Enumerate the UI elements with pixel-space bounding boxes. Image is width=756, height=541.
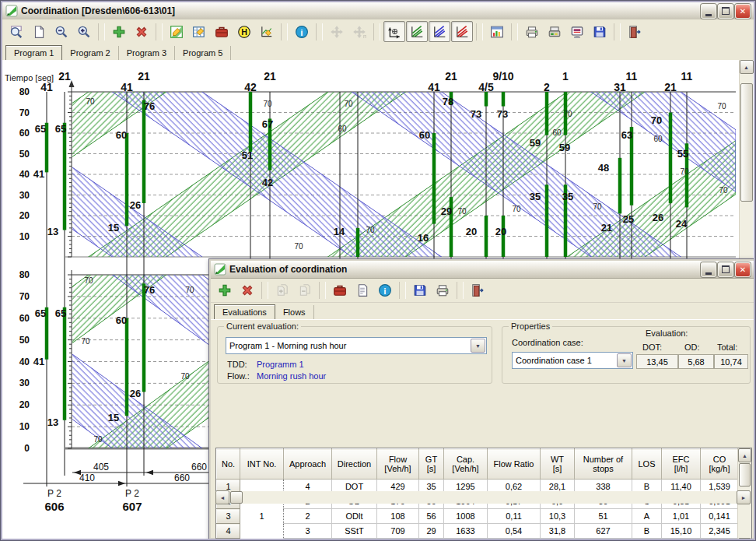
row-header-3[interactable]: 3 (217, 509, 240, 524)
table-cell[interactable]: 15,10 (662, 524, 701, 539)
scrollbar-thumb[interactable] (740, 83, 753, 202)
svg-text:13: 13 (47, 226, 58, 237)
table-cell[interactable]: 1046 (575, 539, 632, 541)
chevron-down-icon[interactable]: ▼ (471, 339, 485, 353)
table-scrollbar-thumb[interactable] (739, 463, 751, 487)
edit-signal-plan-icon[interactable] (166, 21, 187, 42)
info-icon[interactable] (291, 21, 313, 42)
diagram-blue-lines-icon[interactable] (429, 21, 450, 42)
table-cell[interactable]: 627 (575, 524, 632, 539)
tab-program-1[interactable]: Program 1 (5, 45, 62, 61)
svg-text:76: 76 (144, 284, 155, 296)
table-cell[interactable]: 4,116 (701, 539, 739, 541)
add-icon[interactable] (108, 21, 130, 42)
scroll-up-icon[interactable]: ▲ (738, 448, 751, 462)
tab-program-3[interactable]: Program 3 (119, 46, 175, 60)
close-dialog-icon[interactable] (467, 280, 488, 301)
row-header-5[interactable]: 5 (217, 539, 240, 541)
table-cell[interactable]: 28,32 (662, 539, 701, 541)
diagram-red-lines-icon[interactable] (451, 21, 473, 42)
dialog-minimize-button[interactable] (701, 262, 716, 277)
screen-output-icon[interactable] (566, 21, 588, 42)
table-cell[interactable]: 10,3 (541, 509, 575, 524)
table-cell[interactable]: 3 (284, 524, 332, 539)
chevron-down-icon[interactable]: ▼ (617, 353, 632, 367)
tab-program-2[interactable]: Program 2 (62, 46, 118, 60)
diagram-axes-icon[interactable] (383, 21, 405, 42)
print-icon[interactable] (521, 21, 543, 42)
add-evaluation-icon[interactable] (214, 280, 236, 301)
table-cell[interactable]: 0,49 (488, 539, 541, 541)
svg-text:70: 70 (344, 100, 353, 108)
table-cell[interactable]: A (632, 509, 662, 524)
diagram-green-lines-icon[interactable] (406, 21, 428, 42)
table-cell[interactable]: 56 (419, 509, 444, 524)
table-cell[interactable]: 31,8 (541, 524, 575, 539)
delete-evaluation-icon[interactable] (236, 280, 258, 301)
save-icon[interactable] (589, 21, 611, 42)
table-cell[interactable]: 2 (284, 509, 332, 524)
zoom-window-icon[interactable] (5, 21, 27, 42)
table-cell[interactable]: 29 (419, 524, 444, 539)
exit-icon[interactable] (624, 21, 646, 42)
svg-text:70: 70 (457, 207, 467, 216)
table-cell[interactable]: 2,345 (701, 524, 739, 539)
table-cell[interactable]: 5000 (444, 539, 488, 541)
table-cell[interactable]: INT (284, 539, 332, 541)
current-evaluation-combo[interactable]: Program 1 - Morning rush hour ▼ (226, 337, 487, 354)
table-cell[interactable]: B (632, 524, 662, 539)
coordination-case-combo[interactable]: Coordination case 1 ▼ (512, 352, 633, 369)
maximize-button[interactable] (718, 4, 733, 19)
table-cell[interactable]: 0,11 (488, 509, 541, 524)
scroll-down-icon[interactable]: ▼ (738, 538, 751, 541)
table-cell[interactable]: 1422 (377, 539, 419, 541)
zoom-out-icon[interactable] (51, 21, 72, 42)
info-icon[interactable] (374, 280, 396, 301)
scroll-left-icon[interactable]: ◄ (215, 490, 229, 504)
close-button[interactable]: ✕ (735, 4, 751, 19)
dialog-close-button[interactable]: ✕ (735, 262, 751, 277)
dialog-maximize-button[interactable] (718, 262, 733, 277)
program-tabs: Program 1Program 2Program 3Program 5 (2, 44, 754, 61)
save-icon[interactable] (409, 280, 431, 301)
hscrollbar-thumb[interactable] (230, 491, 243, 504)
table-cell[interactable]: 25,9 (541, 539, 575, 541)
table-cell[interactable]: 0,54 (488, 524, 541, 539)
int-no-cell[interactable]: 1 (240, 480, 284, 541)
report-icon[interactable] (352, 280, 373, 301)
scroll-right-icon[interactable]: ► (737, 490, 751, 504)
toolbox-icon[interactable] (329, 280, 351, 301)
edit-diagram-icon[interactable] (256, 21, 278, 42)
svg-text:25: 25 (623, 213, 634, 225)
zoom-in-icon[interactable] (73, 21, 95, 42)
edit-table-icon[interactable] (188, 21, 210, 42)
table-cell[interactable]: 1,01 (662, 509, 701, 524)
scroll-up-icon[interactable]: ▲ (740, 60, 754, 74)
stage-h-icon[interactable] (233, 21, 255, 42)
table-cell[interactable] (632, 539, 662, 541)
table-cell[interactable]: 1008 (444, 509, 488, 524)
toolbox-icon[interactable] (211, 21, 233, 42)
dialog-tab-evaluations[interactable]: Evaluations (214, 304, 275, 320)
print-icon[interactable] (432, 280, 453, 301)
table-cell[interactable]: 108 (377, 509, 419, 524)
delete-icon[interactable] (131, 21, 152, 42)
total-value: 10,74 (714, 354, 748, 369)
tab-program-5[interactable]: Program 5 (175, 46, 231, 60)
table-cell[interactable]: ODlt (332, 509, 377, 524)
print-settings-icon[interactable] (544, 21, 565, 42)
minimize-button[interactable] (701, 4, 716, 19)
table-cell[interactable]: 1633 (444, 524, 488, 539)
row-header-4[interactable]: 4 (217, 524, 240, 539)
dialog-tab-flows[interactable]: Flows (275, 305, 314, 319)
table-cell[interactable] (332, 539, 377, 541)
table-cell[interactable]: 51 (575, 509, 632, 524)
table-horizontal-scrollbar[interactable]: ◄ ► (215, 491, 751, 504)
table-cell[interactable]: 0,141 (701, 509, 739, 524)
table-cell[interactable]: 709 (377, 524, 419, 539)
table-cell[interactable] (419, 539, 444, 541)
table-chart-icon[interactable] (486, 21, 508, 42)
table-cell[interactable]: SStT (332, 524, 377, 539)
new-document-icon[interactable] (28, 21, 50, 42)
svg-text:70: 70 (563, 110, 572, 118)
